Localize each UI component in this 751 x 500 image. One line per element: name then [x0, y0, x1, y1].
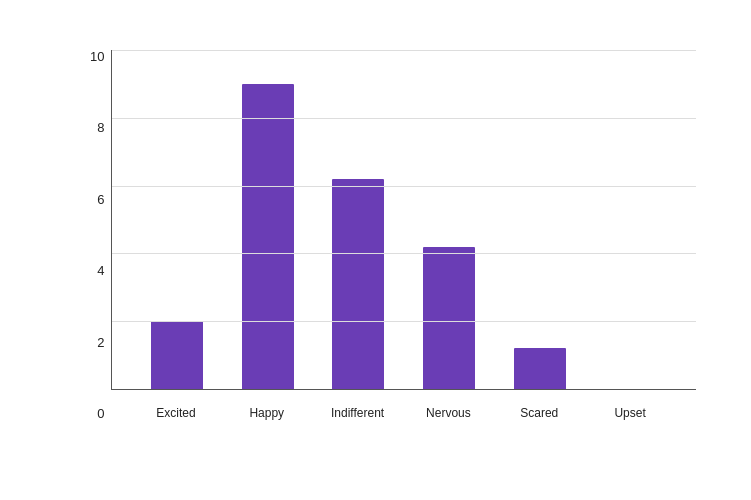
y-label-4: 4 [97, 264, 110, 277]
y-label-0: 0 [97, 407, 110, 420]
x-label-happy: Happy [221, 406, 312, 420]
bar-group-excited [132, 50, 223, 389]
bar-indifferent [332, 179, 384, 389]
bar-group-upset [585, 50, 676, 389]
x-labels: ExcitedHappyIndifferentNervousScaredUpse… [111, 390, 696, 420]
x-label-excited: Excited [131, 406, 222, 420]
bar-excited [151, 321, 203, 389]
y-label-10: 10 [90, 50, 110, 63]
bars-wrapper [112, 50, 696, 389]
bar-happy [242, 84, 294, 389]
y-label-2: 2 [97, 336, 110, 349]
bar-group-nervous [404, 50, 495, 389]
bar-nervous [423, 247, 475, 389]
chart-container: 10 8 6 4 2 0 ExcitedHappyIndifferentN [26, 20, 726, 480]
bar-group-happy [222, 50, 313, 389]
x-label-indifferent: Indifferent [312, 406, 403, 420]
bar-group-scared [494, 50, 585, 389]
y-label-8: 8 [97, 121, 110, 134]
plot-area [111, 50, 696, 390]
bar-scared [514, 348, 566, 389]
x-label-scared: Scared [494, 406, 585, 420]
x-label-upset: Upset [585, 406, 676, 420]
chart-area: 10 8 6 4 2 0 ExcitedHappyIndifferentN [81, 50, 696, 420]
x-label-nervous: Nervous [403, 406, 494, 420]
y-label-6: 6 [97, 193, 110, 206]
y-axis: 10 8 6 4 2 0 [81, 50, 111, 420]
bar-group-indifferent [313, 50, 404, 389]
